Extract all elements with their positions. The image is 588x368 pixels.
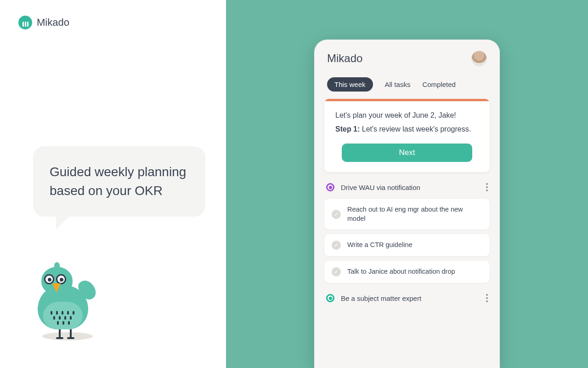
task-check-icon[interactable]: ✓ [332, 267, 341, 276]
brand: Mikado [18, 16, 69, 29]
app-title: Mikado [327, 52, 362, 65]
goal-row: Be a subject matter expert [314, 283, 500, 305]
plan-step-label: Step 1: [335, 125, 360, 133]
goal-bullet-icon [326, 294, 334, 302]
plan-greeting: Let's plan your week of June 2, Jake! [335, 111, 479, 120]
goal-title: Drive WAU via notification [341, 184, 420, 191]
hero-speech-bubble: Guided weekly planning based on your OKR [33, 146, 205, 217]
app-phone-mock: Mikado This week All tasks Completed Let… [314, 40, 500, 368]
tab-completed[interactable]: Completed [422, 80, 456, 88]
tab-this-week[interactable]: This week [327, 77, 373, 92]
task-check-icon[interactable]: ✓ [332, 241, 341, 250]
goal-bullet-icon [326, 183, 334, 191]
task-card[interactable]: ✓ Talk to Janice about notification drop [324, 261, 490, 283]
scroll-fade [314, 340, 500, 368]
app-header: Mikado [314, 40, 500, 71]
task-text: Write a CTR guideline [347, 241, 413, 250]
task-check-icon[interactable]: ✓ [332, 210, 341, 219]
goal-menu-button[interactable] [486, 294, 488, 302]
next-button[interactable]: Next [342, 144, 472, 162]
plan-step: Step 1: Let's review last week's progres… [335, 125, 479, 133]
task-card[interactable]: ✓ Write a CTR guideline [324, 234, 490, 256]
task-text: Talk to Janice about notification drop [347, 267, 455, 276]
tabs: This week All tasks Completed [314, 71, 500, 99]
goal-menu-button[interactable] [486, 183, 488, 191]
goal-title: Be a subject matter expert [341, 294, 421, 302]
app-preview-panel: Mikado This week All tasks Completed Let… [226, 0, 588, 368]
plan-step-desc: Let's review last week's progress. [362, 125, 471, 133]
weekly-plan-card: Let's plan your week of June 2, Jake! St… [324, 99, 490, 172]
speech-bubble-tail-icon [56, 214, 72, 230]
task-text: Reach out to AI eng mgr about the new mo… [347, 205, 482, 223]
mascot-bird-icon [28, 267, 97, 340]
marketing-panel: Mikado Guided weekly planning based on y… [0, 0, 226, 368]
brand-logo-icon [18, 16, 32, 29]
brand-name: Mikado [37, 17, 69, 29]
goal-row: Drive WAU via notification [314, 172, 500, 194]
user-avatar[interactable] [471, 51, 487, 66]
hero-headline: Guided weekly planning based on your OKR [50, 163, 189, 200]
tab-all-tasks[interactable]: All tasks [385, 80, 411, 88]
task-card[interactable]: ✓ Reach out to AI eng mgr about the new … [324, 199, 490, 230]
